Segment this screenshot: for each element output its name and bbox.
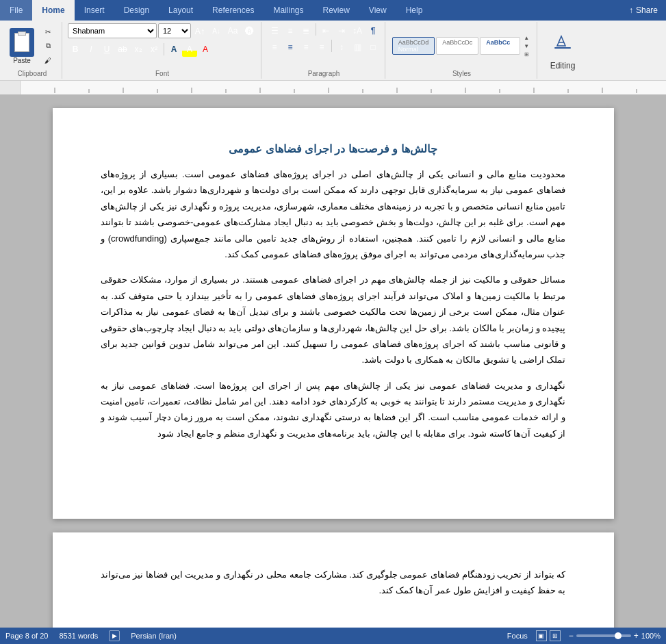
clear-formatting-button[interactable]: 🅐: [242, 23, 257, 38]
line-spacing-button[interactable]: ↕: [334, 40, 349, 55]
change-case-button[interactable]: Aa: [225, 23, 240, 38]
print-layout-button[interactable]: ▣: [536, 630, 547, 641]
zoom-slider[interactable]: [576, 634, 631, 637]
bold-button[interactable]: B: [68, 42, 83, 57]
document-page-1: چالش‌ها و فرصت‌ها در اجرای فضاهای عمومی …: [53, 108, 614, 519]
styles-group: AaBbCcDd Normal AaBbCcDc No Spac... AaBb…: [387, 22, 537, 79]
share-label: Share: [636, 5, 658, 15]
document-page-2: که بتواند از تخریب زودهنگام فضاهای عمومی…: [53, 532, 614, 628]
page-indicator: Page 8 of 20: [5, 632, 48, 640]
strikethrough-button[interactable]: ab: [115, 42, 130, 57]
share-icon: ↑: [629, 5, 633, 15]
style-heading1[interactable]: AaBbCc Heading 1: [480, 37, 520, 55]
word-count: 8531 words: [59, 632, 98, 640]
align-center-button[interactable]: ≡: [283, 40, 298, 55]
ribbon-content: Paste ✂ ⧉ 🖌 Clipboard Shabnam 12: [0, 21, 666, 81]
font-format-row: B I U ab x₂ x² A A A: [68, 42, 213, 57]
styles-scroll: ▲ ▼ ⊞: [522, 34, 531, 58]
zoom-thumb: [615, 632, 622, 639]
shading-button[interactable]: ▥: [350, 40, 365, 55]
zoom-out-button[interactable]: −: [569, 631, 574, 641]
language-indicator: Persian (Iran): [131, 632, 177, 640]
subscript-button[interactable]: x₂: [131, 42, 146, 57]
tab-references[interactable]: References: [203, 0, 264, 21]
list-buttons-row: ☰ ≡ ≣ ⇤ ⇥ ↕A ¶: [267, 23, 381, 38]
style-normal[interactable]: AaBbCcDd Normal: [392, 37, 435, 55]
clipboard-group: Paste ✂ ⧉ 🖌 Clipboard: [3, 22, 62, 79]
editing-label: Editing: [550, 61, 576, 70]
cut-button[interactable]: ✂: [38, 25, 57, 38]
font-divider: [164, 43, 164, 55]
clipboard-label: Clipboard: [18, 70, 47, 77]
web-layout-button[interactable]: ⊞: [550, 630, 561, 641]
font-family-select[interactable]: Shabnam: [68, 23, 157, 38]
align-buttons-row: ≡ ≡ ≡ ≡ ↕ ▥ □: [267, 40, 381, 55]
styles-gallery: AaBbCcDd Normal AaBbCcDc No Spac... AaBb…: [392, 23, 532, 68]
italic-button[interactable]: I: [84, 42, 99, 57]
page1-para-2: نگهداری و مدیریت فضاهای عمومی نیز یکی از…: [101, 378, 566, 442]
tab-mailings[interactable]: Mailings: [264, 0, 313, 21]
align-left-button[interactable]: ≡: [267, 40, 282, 55]
text-highlight-button[interactable]: A: [182, 42, 197, 57]
horizontal-ruler: [21, 81, 666, 94]
numbering-button[interactable]: ≡: [283, 23, 298, 38]
font-selector-row: Shabnam 12 A↑ A↓ Aa 🅐: [68, 23, 257, 38]
ruler-corner: [0, 81, 21, 94]
document-area: چالش‌ها و فرصت‌ها در اجرای فضاهای عمومی …: [0, 94, 666, 628]
bullets-button[interactable]: ☰: [267, 23, 282, 38]
paragraph-group: ☰ ≡ ≣ ⇤ ⇥ ↕A ¶ ≡ ≡ ≡ ≡ ↕ ▥ □: [263, 22, 385, 79]
increase-font-button[interactable]: A↑: [192, 23, 207, 38]
paste-label: Paste: [13, 57, 31, 64]
text-effects-button[interactable]: A: [166, 42, 181, 57]
styles-label: Styles: [452, 70, 471, 77]
tab-layout[interactable]: Layout: [159, 0, 203, 21]
font-color-button[interactable]: A: [198, 42, 213, 57]
editing-group: Editing: [539, 22, 587, 79]
word-count-text: 8531 words: [59, 632, 98, 640]
paragraph-label: Paragraph: [308, 70, 340, 77]
multilevel-list-button[interactable]: ≣: [298, 23, 313, 38]
zoom-in-button[interactable]: +: [634, 631, 639, 641]
font-size-select[interactable]: 12: [158, 23, 191, 38]
tab-help[interactable]: Help: [396, 0, 433, 21]
zoom-level: 100%: [641, 632, 661, 640]
decrease-font-button[interactable]: A↓: [209, 23, 224, 38]
tab-home[interactable]: Home: [32, 0, 74, 21]
tab-file[interactable]: File: [0, 0, 32, 21]
justify-button[interactable]: ≡: [314, 40, 329, 55]
tab-insert[interactable]: Insert: [75, 0, 114, 21]
paste-button[interactable]: Paste: [7, 27, 37, 66]
word-count-icon[interactable]: ▶: [109, 630, 120, 641]
tab-design[interactable]: Design: [114, 0, 159, 21]
styles-scroll-down[interactable]: ▼: [522, 42, 531, 50]
ribbon: File Home Insert Design Layout Reference…: [0, 0, 666, 81]
page2-para-0: که بتواند از تخریب زودهنگام فضاهای عمومی…: [101, 567, 566, 599]
font-label: Font: [155, 70, 169, 77]
share-button[interactable]: ↑ Share: [621, 0, 666, 21]
status-right: Focus ▣ ⊞ − + 100%: [507, 630, 661, 641]
increase-indent-button[interactable]: ⇥: [334, 23, 349, 38]
copy-button[interactable]: ⧉: [38, 39, 57, 53]
focus-button[interactable]: Focus: [507, 632, 528, 640]
svg-rect-2: [21, 81, 666, 94]
show-formatting-button[interactable]: ¶: [366, 23, 381, 38]
language-text: Persian (Iran): [131, 632, 177, 640]
editing-icon: [550, 31, 575, 55]
underline-button[interactable]: U: [99, 42, 114, 57]
document-scroll[interactable]: چالش‌ها و فرصت‌ها در اجرای فضاهای عمومی …: [0, 94, 666, 628]
page1-para-0: محدودیت منابع مالی و انسانی یکی از چالش‌…: [101, 166, 566, 262]
borders-button[interactable]: □: [366, 40, 381, 55]
styles-expand[interactable]: ⊞: [522, 50, 531, 58]
align-right-button[interactable]: ≡: [298, 40, 313, 55]
decrease-indent-button[interactable]: ⇤: [318, 23, 333, 38]
superscript-button[interactable]: x²: [146, 42, 162, 57]
format-painter-button[interactable]: 🖌: [38, 53, 57, 67]
tab-review[interactable]: Review: [313, 0, 359, 21]
style-no-spacing[interactable]: AaBbCcDc No Spac...: [436, 37, 478, 55]
zoom-bar: − + 100%: [569, 631, 661, 641]
sort-button[interactable]: ↕A: [350, 23, 365, 38]
tab-view[interactable]: View: [359, 0, 396, 21]
styles-scroll-up[interactable]: ▲: [522, 34, 531, 42]
focus-text: Focus: [507, 632, 528, 640]
page-text: Page 8 of 20: [5, 632, 48, 640]
